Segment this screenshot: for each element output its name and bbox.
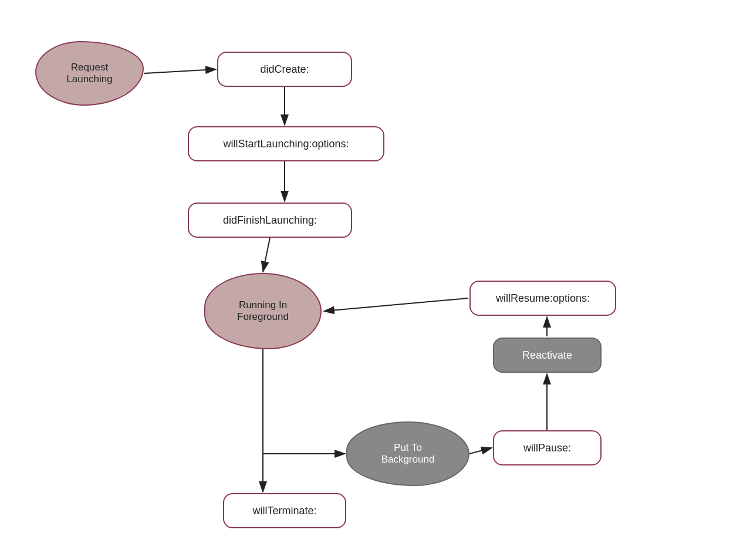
node-did-create: didCreate:	[217, 52, 352, 87]
svg-line-9	[469, 448, 492, 454]
will-terminate-label: willTerminate:	[252, 505, 316, 517]
diagram-container: Request Launching didCreate: willStartLa…	[0, 0, 750, 560]
node-did-finish-launching: didFinishLaunching:	[188, 203, 352, 238]
will-resume-label: willResume:options:	[496, 292, 590, 305]
node-will-terminate: willTerminate:	[223, 493, 346, 528]
node-running-in-foreground: Running In Foreground	[204, 273, 322, 349]
did-finish-launching-label: didFinishLaunching:	[223, 214, 317, 227]
put-to-background-label: Put To Background	[381, 442, 435, 465]
svg-line-1	[144, 69, 216, 73]
node-put-to-background: Put To Background	[346, 421, 469, 486]
node-will-resume: willResume:options:	[469, 281, 616, 316]
node-reactivate: Reactivate	[493, 338, 602, 373]
did-create-label: didCreate:	[260, 63, 309, 76]
node-will-start-launching: willStartLaunching:options:	[188, 126, 384, 161]
will-start-launching-label: willStartLaunching:options:	[223, 138, 349, 150]
request-launching-label: Request Launching	[66, 62, 112, 85]
running-in-foreground-label: Running In Foreground	[237, 299, 289, 323]
will-pause-label: willPause:	[523, 442, 571, 454]
svg-line-4	[263, 238, 270, 272]
node-request-launching: Request Launching	[35, 41, 144, 106]
reactivate-label: Reactivate	[522, 349, 572, 362]
svg-line-5	[324, 298, 468, 311]
node-will-pause: willPause:	[493, 430, 602, 465]
